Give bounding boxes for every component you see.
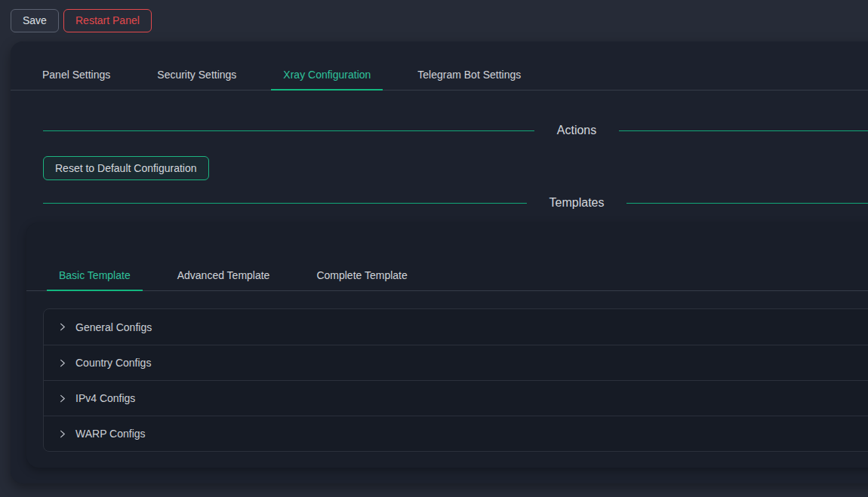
template-tabbar: Basic Template Advanced Template Complet… [26,261,868,291]
collapse-label: IPv4 Configs [75,392,135,404]
templates-card: Basic Template Advanced Template Complet… [26,222,868,468]
divider-line [43,130,534,131]
divider-line [626,203,868,204]
actions-divider: Actions [43,122,868,139]
chevron-right-icon [57,429,66,438]
tab-security-settings[interactable]: Security Settings [145,60,248,90]
tab-xray-configuration[interactable]: Xray Configuration [271,60,383,90]
restart-panel-button[interactable]: Restart Panel [63,9,152,32]
collapse-general-configs[interactable]: General Configs [44,309,868,345]
topbar: Save Restart Panel [0,0,868,41]
chevron-right-icon [57,394,66,403]
tab-basic-template[interactable]: Basic Template [47,261,143,290]
save-button[interactable]: Save [11,9,59,32]
tab-telegram-bot-settings[interactable]: Telegram Bot Settings [405,60,533,90]
collapse-label: General Configs [75,321,152,333]
chevron-right-icon [57,358,66,367]
templates-divider: Templates [43,195,868,211]
collapse-label: Country Configs [75,357,151,369]
collapse-warp-configs[interactable]: WARP Configs [44,416,868,451]
collapse-ipv4-configs[interactable]: IPv4 Configs [44,380,868,416]
settings-card: Panel Settings Security Settings Xray Co… [11,41,868,483]
config-collapse-list: General Configs Country Configs IPv4 Con… [43,308,868,452]
divider-line [619,130,868,131]
collapse-country-configs[interactable]: Country Configs [44,345,868,380]
settings-tabbar: Panel Settings Security Settings Xray Co… [11,60,868,91]
tab-panel-settings[interactable]: Panel Settings [30,60,122,90]
collapse-label: WARP Configs [75,428,146,440]
reset-default-configuration-button[interactable]: Reset to Default Configuration [43,156,209,180]
chevron-right-icon [57,323,66,332]
templates-section-title: Templates [549,196,605,210]
tab-advanced-template[interactable]: Advanced Template [165,261,282,290]
divider-line [43,203,527,204]
tab-complete-template[interactable]: Complete Template [304,261,419,290]
actions-section-title: Actions [557,124,596,137]
